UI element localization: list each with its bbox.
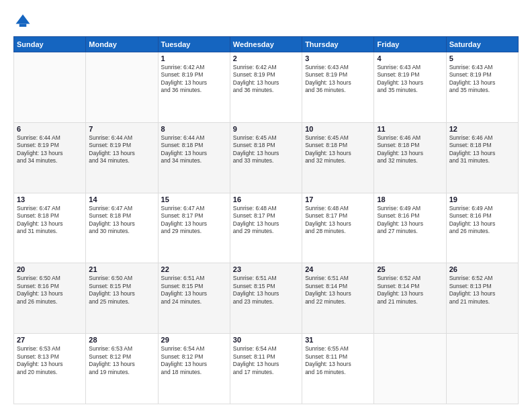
day-info: Sunrise: 6:50 AM Sunset: 8:15 PM Dayligh… <box>89 275 154 306</box>
weekday-header-row: SundayMondayTuesdayWednesdayThursdayFrid… <box>14 37 519 52</box>
calendar-cell <box>446 334 518 404</box>
calendar-cell: 22Sunrise: 6:51 AM Sunset: 8:15 PM Dayli… <box>158 263 230 334</box>
calendar-cell: 6Sunrise: 6:44 AM Sunset: 8:19 PM Daylig… <box>14 122 86 193</box>
calendar-cell: 20Sunrise: 6:50 AM Sunset: 8:16 PM Dayli… <box>14 263 86 334</box>
day-info: Sunrise: 6:47 AM Sunset: 8:17 PM Dayligh… <box>161 205 227 236</box>
day-info: Sunrise: 6:43 AM Sunset: 8:19 PM Dayligh… <box>377 64 443 95</box>
calendar-cell: 16Sunrise: 6:48 AM Sunset: 8:17 PM Dayli… <box>230 193 302 263</box>
calendar-cell: 12Sunrise: 6:46 AM Sunset: 8:18 PM Dayli… <box>446 122 518 193</box>
day-number: 14 <box>89 195 154 203</box>
day-info: Sunrise: 6:46 AM Sunset: 8:18 PM Dayligh… <box>377 134 443 165</box>
calendar-week-5: 27Sunrise: 6:53 AM Sunset: 8:13 PM Dayli… <box>14 334 519 404</box>
day-number: 13 <box>17 195 83 203</box>
calendar-cell <box>374 334 446 404</box>
day-info: Sunrise: 6:47 AM Sunset: 8:18 PM Dayligh… <box>89 205 154 236</box>
day-info: Sunrise: 6:50 AM Sunset: 8:16 PM Dayligh… <box>17 275 83 306</box>
day-number: 25 <box>377 265 443 273</box>
calendar-cell: 18Sunrise: 6:49 AM Sunset: 8:16 PM Dayli… <box>374 193 446 263</box>
day-number: 18 <box>377 195 443 203</box>
day-info: Sunrise: 6:51 AM Sunset: 8:15 PM Dayligh… <box>233 275 299 306</box>
day-number: 12 <box>449 125 515 133</box>
svg-rect-1 <box>19 24 27 27</box>
calendar-cell: 2Sunrise: 6:42 AM Sunset: 8:19 PM Daylig… <box>230 52 302 123</box>
day-number: 5 <box>449 54 515 62</box>
calendar-cell: 29Sunrise: 6:54 AM Sunset: 8:12 PM Dayli… <box>158 334 230 404</box>
day-info: Sunrise: 6:42 AM Sunset: 8:19 PM Dayligh… <box>161 64 227 95</box>
weekday-header-thursday: Thursday <box>302 37 374 52</box>
calendar-cell: 8Sunrise: 6:44 AM Sunset: 8:18 PM Daylig… <box>158 122 230 193</box>
day-number: 3 <box>305 54 371 62</box>
day-info: Sunrise: 6:52 AM Sunset: 8:13 PM Dayligh… <box>449 275 515 306</box>
day-info: Sunrise: 6:54 AM Sunset: 8:11 PM Dayligh… <box>233 345 299 376</box>
weekday-header-sunday: Sunday <box>14 37 86 52</box>
day-number: 28 <box>89 336 154 344</box>
calendar-cell: 9Sunrise: 6:45 AM Sunset: 8:18 PM Daylig… <box>230 122 302 193</box>
calendar-cell: 23Sunrise: 6:51 AM Sunset: 8:15 PM Dayli… <box>230 263 302 334</box>
calendar-cell: 24Sunrise: 6:51 AM Sunset: 8:14 PM Dayli… <box>302 263 374 334</box>
day-number: 16 <box>233 195 299 203</box>
calendar-cell: 31Sunrise: 6:55 AM Sunset: 8:11 PM Dayli… <box>302 334 374 404</box>
day-number: 22 <box>161 265 227 273</box>
day-info: Sunrise: 6:48 AM Sunset: 8:17 PM Dayligh… <box>233 205 299 236</box>
day-number: 26 <box>449 265 515 273</box>
day-info: Sunrise: 6:49 AM Sunset: 8:16 PM Dayligh… <box>377 205 443 236</box>
day-number: 8 <box>161 125 227 133</box>
day-number: 2 <box>233 54 299 62</box>
day-number: 30 <box>233 336 299 344</box>
calendar-cell: 11Sunrise: 6:46 AM Sunset: 8:18 PM Dayli… <box>374 122 446 193</box>
day-info: Sunrise: 6:45 AM Sunset: 8:18 PM Dayligh… <box>305 134 371 165</box>
calendar-cell: 21Sunrise: 6:50 AM Sunset: 8:15 PM Dayli… <box>86 263 158 334</box>
day-info: Sunrise: 6:44 AM Sunset: 8:19 PM Dayligh… <box>89 134 154 165</box>
day-info: Sunrise: 6:44 AM Sunset: 8:19 PM Dayligh… <box>17 134 83 165</box>
calendar-cell <box>14 52 86 123</box>
day-info: Sunrise: 6:54 AM Sunset: 8:12 PM Dayligh… <box>161 345 227 376</box>
day-info: Sunrise: 6:43 AM Sunset: 8:19 PM Dayligh… <box>305 64 371 95</box>
day-number: 7 <box>89 125 154 133</box>
day-number: 9 <box>233 125 299 133</box>
day-info: Sunrise: 6:45 AM Sunset: 8:18 PM Dayligh… <box>233 134 299 165</box>
calendar-cell: 26Sunrise: 6:52 AM Sunset: 8:13 PM Dayli… <box>446 263 518 334</box>
day-info: Sunrise: 6:44 AM Sunset: 8:18 PM Dayligh… <box>161 134 227 165</box>
weekday-header-wednesday: Wednesday <box>230 37 302 52</box>
day-number: 15 <box>161 195 227 203</box>
logo-icon <box>13 12 32 31</box>
calendar-week-4: 20Sunrise: 6:50 AM Sunset: 8:16 PM Dayli… <box>14 263 519 334</box>
weekday-header-monday: Monday <box>86 37 158 52</box>
day-info: Sunrise: 6:52 AM Sunset: 8:14 PM Dayligh… <box>377 275 443 306</box>
day-info: Sunrise: 6:46 AM Sunset: 8:18 PM Dayligh… <box>449 134 515 165</box>
calendar-cell: 27Sunrise: 6:53 AM Sunset: 8:13 PM Dayli… <box>14 334 86 404</box>
day-info: Sunrise: 6:43 AM Sunset: 8:19 PM Dayligh… <box>449 64 515 95</box>
weekday-header-tuesday: Tuesday <box>158 37 230 52</box>
day-info: Sunrise: 6:42 AM Sunset: 8:19 PM Dayligh… <box>233 64 299 95</box>
day-info: Sunrise: 6:53 AM Sunset: 8:12 PM Dayligh… <box>89 345 154 376</box>
calendar-cell: 5Sunrise: 6:43 AM Sunset: 8:19 PM Daylig… <box>446 52 518 123</box>
calendar-cell <box>86 52 158 123</box>
day-info: Sunrise: 6:55 AM Sunset: 8:11 PM Dayligh… <box>305 345 371 376</box>
calendar-cell: 15Sunrise: 6:47 AM Sunset: 8:17 PM Dayli… <box>158 193 230 263</box>
calendar-cell: 14Sunrise: 6:47 AM Sunset: 8:18 PM Dayli… <box>86 193 158 263</box>
logo <box>13 12 35 31</box>
day-number: 17 <box>305 195 371 203</box>
day-info: Sunrise: 6:51 AM Sunset: 8:15 PM Dayligh… <box>161 275 227 306</box>
calendar-cell: 25Sunrise: 6:52 AM Sunset: 8:14 PM Dayli… <box>374 263 446 334</box>
day-number: 19 <box>449 195 515 203</box>
svg-marker-0 <box>16 15 30 24</box>
day-number: 24 <box>305 265 371 273</box>
calendar-cell: 10Sunrise: 6:45 AM Sunset: 8:18 PM Dayli… <box>302 122 374 193</box>
day-info: Sunrise: 6:53 AM Sunset: 8:13 PM Dayligh… <box>17 345 83 376</box>
day-number: 31 <box>305 336 371 344</box>
calendar-cell: 4Sunrise: 6:43 AM Sunset: 8:19 PM Daylig… <box>374 52 446 123</box>
day-number: 27 <box>17 336 83 344</box>
page: SundayMondayTuesdayWednesdayThursdayFrid… <box>0 0 532 411</box>
day-number: 6 <box>17 125 83 133</box>
day-number: 4 <box>377 54 443 62</box>
day-number: 23 <box>233 265 299 273</box>
header <box>13 12 519 31</box>
calendar-week-2: 6Sunrise: 6:44 AM Sunset: 8:19 PM Daylig… <box>14 122 519 193</box>
calendar-week-1: 1Sunrise: 6:42 AM Sunset: 8:19 PM Daylig… <box>14 52 519 123</box>
weekday-header-saturday: Saturday <box>446 37 518 52</box>
day-number: 29 <box>161 336 227 344</box>
day-number: 20 <box>17 265 83 273</box>
day-number: 11 <box>377 125 443 133</box>
calendar-cell: 19Sunrise: 6:49 AM Sunset: 8:16 PM Dayli… <box>446 193 518 263</box>
